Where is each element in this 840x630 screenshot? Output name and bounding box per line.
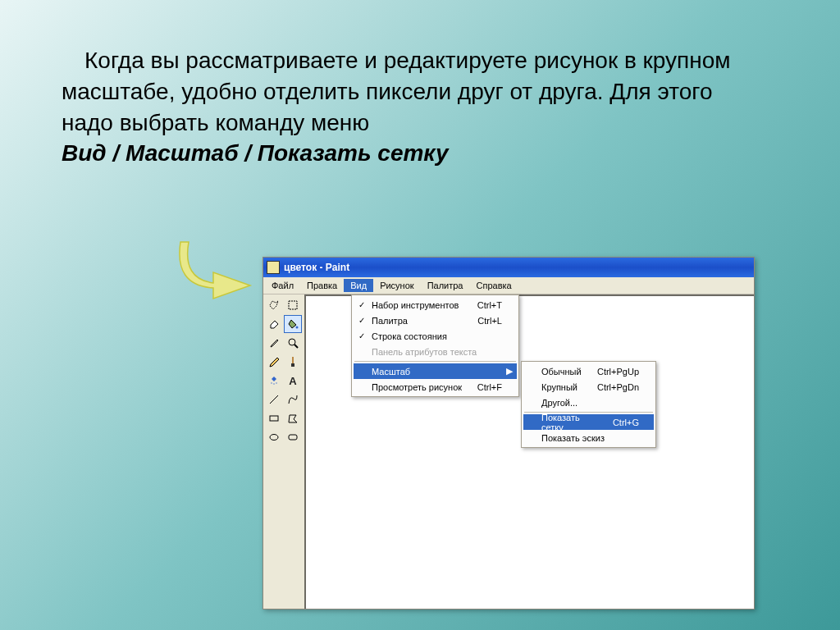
check-icon: ✓ — [358, 331, 365, 340]
paint-window: цветок - Paint Файл Правка Вид Рисунок П… — [262, 257, 755, 609]
tool-magnify[interactable] — [284, 334, 302, 352]
tool-fill[interactable] — [284, 315, 302, 333]
svg-point-5 — [271, 382, 272, 383]
svg-point-10 — [270, 435, 278, 441]
menu-item-show-thumbnail[interactable]: Показать эскиз — [523, 430, 654, 445]
svg-line-8 — [270, 395, 278, 404]
svg-point-7 — [276, 382, 276, 383]
tool-freeform-select[interactable] — [265, 296, 283, 314]
menu-view[interactable]: Вид — [344, 279, 373, 292]
menu-item-zoom[interactable]: Масштаб ▶ — [354, 363, 517, 379]
menu-help[interactable]: Справка — [470, 279, 518, 292]
menubar: Файл Правка Вид Рисунок Палитра Справка — [263, 277, 754, 294]
slide-command: Вид / Масштаб / Показать сетку — [62, 138, 759, 169]
menu-item-show-grid[interactable]: Показать сетку Ctrl+G — [523, 414, 654, 430]
menu-separator — [354, 361, 516, 362]
menu-item-textattr: Панель атрибутов текста — [354, 344, 517, 359]
svg-point-6 — [273, 383, 274, 384]
arrow-icon — [172, 238, 262, 304]
menu-item-toolbox[interactable]: ✓ Набор инструментов Ctrl+T — [354, 297, 517, 313]
svg-point-1 — [296, 326, 299, 329]
menu-item-statusbar[interactable]: ✓ Строка состояния — [354, 328, 517, 344]
menu-item-view-bitmap[interactable]: Просмотреть рисунок Ctrl+F — [354, 379, 517, 395]
svg-rect-0 — [289, 301, 297, 309]
tool-line[interactable] — [265, 390, 283, 409]
svg-point-2 — [289, 339, 295, 345]
tool-rectangle[interactable] — [265, 409, 283, 427]
menu-item-zoom-other[interactable]: Другой... — [523, 395, 654, 410]
menu-palette[interactable]: Палитра — [421, 279, 470, 292]
menu-edit[interactable]: Правка — [300, 279, 344, 292]
tool-eraser[interactable] — [265, 315, 283, 333]
tool-ellipse[interactable] — [265, 428, 283, 446]
tool-curve[interactable] — [284, 390, 302, 409]
menu-item-zoom-normal[interactable]: Обычный Ctrl+PgUp — [523, 363, 654, 379]
svg-rect-11 — [289, 435, 297, 440]
zoom-submenu: Обычный Ctrl+PgUp Крупный Ctrl+PgDn Друг… — [521, 361, 656, 448]
menu-file[interactable]: Файл — [265, 279, 300, 292]
submenu-arrow-icon: ▶ — [506, 366, 513, 377]
check-icon: ✓ — [358, 300, 365, 309]
svg-rect-9 — [270, 416, 278, 421]
titlebar[interactable]: цветок - Paint — [263, 258, 754, 277]
menu-item-palette[interactable]: ✓ Палитра Ctrl+L — [354, 313, 517, 328]
tool-picker[interactable] — [265, 334, 283, 352]
slide-text: Когда вы рассматриваете и редактируете р… — [62, 45, 759, 169]
tool-text[interactable]: A — [284, 372, 302, 390]
view-menu-dropdown: ✓ Набор инструментов Ctrl+T ✓ Палитра Ct… — [351, 294, 519, 397]
tool-rounded-rect[interactable] — [284, 428, 302, 446]
tool-brush[interactable] — [284, 353, 302, 371]
toolbox: A — [263, 294, 304, 609]
menu-item-zoom-large[interactable]: Крупный Ctrl+PgDn — [523, 379, 654, 395]
svg-rect-4 — [292, 357, 294, 363]
tool-airbrush[interactable] — [265, 372, 283, 390]
tool-pencil[interactable] — [265, 353, 283, 371]
tool-select[interactable] — [284, 296, 302, 314]
menu-image[interactable]: Рисунок — [373, 279, 421, 292]
slide-paragraph: Когда вы рассматриваете и редактируете р… — [62, 45, 759, 138]
window-title: цветок - Paint — [284, 262, 349, 273]
app-icon — [267, 261, 280, 274]
tool-polygon[interactable] — [284, 409, 302, 427]
svg-line-3 — [294, 345, 298, 348]
check-icon: ✓ — [358, 316, 365, 325]
